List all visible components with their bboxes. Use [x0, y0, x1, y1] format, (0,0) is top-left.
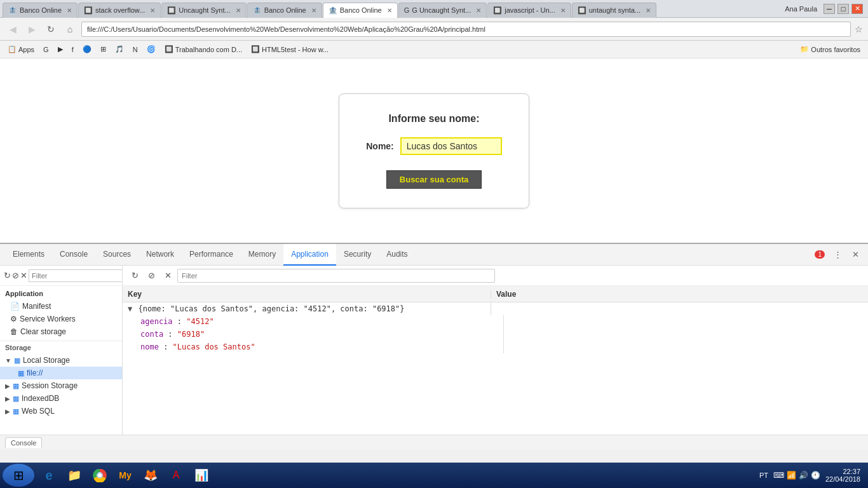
bookmark-item-7[interactable]: N	[129, 44, 142, 55]
tab-sources[interactable]: Sources	[95, 244, 139, 266]
taskbar-clock: 22:37 22/04/2018	[825, 468, 860, 483]
sidebar-refresh-button[interactable]: ↻	[4, 269, 11, 283]
name-input[interactable]	[400, 137, 502, 155]
bookmark-item-5[interactable]: ⊞	[97, 44, 110, 55]
clear-storage-icon: 🗑	[10, 327, 18, 336]
data-root-row[interactable]: ▼ {nome: "Lucas dos Santos", agencia: "4…	[123, 302, 868, 315]
expand-arrow-icon[interactable]: ▼	[128, 304, 132, 313]
main-refresh-button[interactable]: ↻	[128, 269, 142, 283]
browser-tab-1[interactable]: 🏦Banco Online✕	[3, 3, 78, 18]
browser-tab-8[interactable]: 🔲untaught synta...✕	[572, 3, 656, 18]
sidebar-clear-button[interactable]: ✕	[20, 269, 27, 283]
taskbar-adobe[interactable]: A	[164, 465, 188, 485]
devtools-more-button[interactable]: ⋮	[830, 247, 845, 262]
restore-button[interactable]: □	[837, 4, 849, 14]
main-stop-button[interactable]: ⊘	[144, 269, 158, 283]
mysql-icon: My	[118, 468, 133, 483]
bookmark-icon-9: 🔲	[165, 45, 173, 53]
taskbar-system-icons: ⌨ 📶 🔊 🕙	[773, 471, 820, 480]
close-button[interactable]: ✕	[851, 4, 863, 14]
main-clear-button[interactable]: ✕	[161, 269, 175, 283]
table-header: Key Value	[123, 286, 868, 302]
tab-close-5[interactable]: ✕	[387, 7, 392, 14]
bookmark-item-10[interactable]: 🔲HTML5test - How w...	[247, 44, 332, 55]
devtools-close-button[interactable]: ✕	[848, 247, 863, 262]
tab-favicon-1: 🏦	[8, 6, 17, 15]
back-button[interactable]: ◀	[5, 22, 20, 37]
form-title: Informe seu nome:	[365, 113, 503, 125]
tab-close-7[interactable]: ✕	[560, 7, 566, 14]
browser-tab-6[interactable]: GG Uncaught Synt...✕	[398, 3, 487, 18]
tab-memory[interactable]: Memory	[241, 244, 283, 266]
indexeddb-group-header[interactable]: ▶ ▦ IndexedDB	[0, 392, 122, 405]
bookmark-star-icon[interactable]: ☆	[855, 24, 863, 34]
minimize-button[interactable]: ─	[824, 4, 835, 14]
address-bar[interactable]	[81, 22, 851, 37]
tab-performance[interactable]: Performance	[182, 244, 241, 266]
tab-close-6[interactable]: ✕	[476, 7, 481, 14]
browser-tab-5[interactable]: 🏦Banco Online✕	[323, 3, 398, 18]
session-storage-group-header[interactable]: ▶ ▦ Session Storage	[0, 379, 122, 392]
browser-tab-2[interactable]: 🔲stack overflow...✕	[78, 3, 161, 18]
service-workers-icon: ⚙	[10, 315, 17, 323]
tab-network[interactable]: Network	[139, 244, 182, 266]
taskbar-ie[interactable]: e	[37, 465, 61, 485]
local-storage-file-item[interactable]: ▦ file://	[0, 367, 122, 379]
sidebar-filter-input[interactable]	[29, 269, 123, 282]
name-field-row: Nome:	[365, 137, 503, 155]
tab-security[interactable]: Security	[336, 244, 379, 266]
devtools-sidebar: ↻ ⊘ ✕ Application 📄 Manifest ⚙ Service W…	[0, 266, 123, 435]
chrome-icon	[92, 468, 107, 483]
devtools-main-panel: ↻ ⊘ ✕ Key Value ▼ {nome: "Lucas dos Sant…	[123, 266, 868, 435]
bookmark-item-8[interactable]: 🌀	[143, 44, 159, 55]
search-button[interactable]: Buscar sua conta	[386, 170, 482, 189]
taskbar-excel[interactable]: 📊	[189, 465, 214, 485]
sidebar-item-service-workers[interactable]: ⚙ Service Workers	[0, 313, 122, 325]
taskbar-mysql[interactable]: My	[113, 465, 137, 485]
tab-close-4[interactable]: ✕	[311, 7, 316, 14]
bookmark-item-4[interactable]: 🔵	[79, 44, 95, 55]
console-drawer-tab[interactable]: Console	[5, 437, 42, 448]
sidebar-item-clear-storage[interactable]: 🗑 Clear storage	[0, 325, 122, 338]
bookmark-item-2[interactable]: ▶	[54, 44, 67, 55]
tab-close-3[interactable]: ✕	[236, 7, 241, 14]
tab-elements[interactable]: Elements	[5, 244, 52, 266]
websql-group-header[interactable]: ▶ ▦ Web SQL	[0, 405, 122, 417]
home-button[interactable]: ⌂	[62, 22, 78, 37]
bookmark-item-11[interactable]: 📁Outros favoritos	[796, 44, 864, 55]
devtools-body: ↻ ⊘ ✕ Application 📄 Manifest ⚙ Service W…	[0, 266, 868, 435]
bookmark-icon-7: N	[133, 46, 138, 53]
forward-button[interactable]: ▶	[24, 22, 39, 37]
tab-close-2[interactable]: ✕	[150, 7, 155, 14]
bookmark-item-9[interactable]: 🔲Trabalhando com D...	[161, 44, 246, 55]
start-button[interactable]: ⊞	[3, 464, 34, 487]
taskbar-firefox[interactable]: 🦊	[139, 465, 163, 485]
devtools-toolbar-icons: 1 ⋮ ✕	[815, 247, 868, 262]
tab-application[interactable]: Application	[283, 244, 336, 266]
bookmark-item-0[interactable]: 📋Apps	[4, 44, 38, 55]
data-root-key: ▼ {nome: "Lucas dos Santos", agencia: "4…	[123, 302, 491, 315]
bookmark-item-3[interactable]: f	[68, 44, 78, 55]
bookmark-icon-2: ▶	[58, 45, 63, 53]
local-storage-group-header[interactable]: ▼ ▦ Local Storage	[0, 354, 122, 367]
tab-close-1[interactable]: ✕	[67, 7, 72, 14]
bookmark-item-6[interactable]: 🎵	[111, 44, 128, 55]
console-bar: Console	[0, 435, 868, 450]
tab-audits[interactable]: Audits	[379, 244, 415, 266]
bookmark-item-1[interactable]: G	[39, 44, 53, 55]
browser-tab-4[interactable]: 🏦Banco Online✕	[247, 3, 322, 18]
bookmark-icon-4: 🔵	[83, 45, 92, 53]
reload-button[interactable]: ↻	[43, 22, 58, 37]
tab-console[interactable]: Console	[52, 244, 95, 266]
browser-tab-3[interactable]: 🔲Uncaught Synt...✕	[161, 3, 246, 18]
tab-close-8[interactable]: ✕	[646, 7, 651, 14]
page-content: Informe seu nome: Nome: Buscar sua conta	[0, 58, 868, 243]
taskbar-chrome[interactable]	[88, 465, 112, 485]
main-filter-input[interactable]	[177, 269, 495, 283]
sidebar-stop-button[interactable]: ⊘	[12, 269, 19, 283]
taskbar-explorer[interactable]: 📁	[62, 465, 86, 485]
devtools-table: Key Value ▼ {nome: "Lucas dos Santos", a…	[123, 286, 868, 435]
local-storage-grid-icon: ▦	[14, 356, 20, 365]
sidebar-item-manifest[interactable]: 📄 Manifest	[0, 300, 122, 313]
browser-tab-7[interactable]: 🔲javascript - Un...✕	[487, 3, 571, 18]
